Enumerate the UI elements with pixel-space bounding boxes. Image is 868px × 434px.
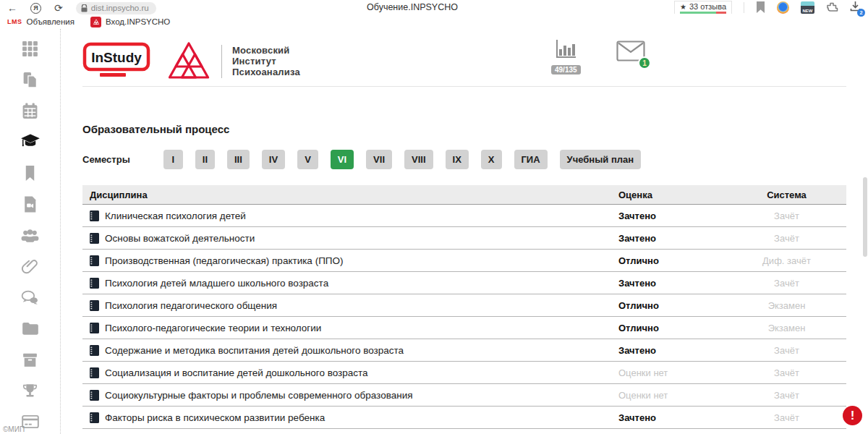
documents-icon (21, 71, 39, 89)
table-row[interactable]: Содержание и методика воспитания детей д… (82, 339, 846, 362)
column-grade: Оценка (618, 190, 727, 200)
table-row[interactable]: Клиническая психология детейЗачтеноЗачёт (82, 205, 846, 227)
refresh-icon[interactable]: ⟳ (54, 3, 63, 13)
book-icon (90, 345, 99, 356)
sidebar-item-archive[interactable] (21, 350, 40, 369)
alert-notification-icon[interactable]: ! (843, 406, 862, 425)
calendar-icon (21, 102, 39, 120)
bookmark-login[interactable]: Вход.INPSYCHO (90, 17, 170, 27)
downloads-icon[interactable]: 2 (850, 1, 861, 14)
mail-count-badge: 1 (638, 56, 651, 69)
table-row[interactable]: Социокультурные факторы и проблемы совре… (82, 384, 846, 407)
reviews-rating-bar (680, 12, 726, 14)
sidebar-item-documents[interactable] (21, 70, 40, 89)
yandex-icon[interactable]: Я (30, 3, 41, 14)
table-row[interactable]: Психолого-педагогические теории и технол… (82, 317, 846, 339)
table-row[interactable]: Производственная (педагогическая) практи… (82, 250, 846, 272)
column-discipline: Дисциплина (82, 190, 618, 200)
semester-button-ГИА[interactable]: ГИА (514, 150, 548, 169)
logo-divider (221, 45, 222, 78)
semester-button-VII[interactable]: VII (366, 150, 392, 169)
reviews-widget[interactable]: ★ 33 отзыва (674, 1, 732, 14)
browser-extension-orb-icon[interactable] (777, 1, 789, 14)
back-icon[interactable]: ← (7, 3, 17, 13)
grade-value: Оценки нет (618, 367, 727, 378)
semester-button-X[interactable]: X (481, 150, 502, 169)
table-row[interactable]: Социализация и воспитание детей дошкольн… (82, 362, 846, 384)
grades-table: Дисциплина Оценка Система Клиническая пс… (82, 185, 846, 429)
url-text: dist.inpsycho.ru (91, 4, 149, 12)
address-bar[interactable]: dist.inpsycho.ru (76, 2, 156, 14)
discipline-name: Клиническая психология детей (105, 210, 246, 221)
sidebar-item-achievements[interactable] (21, 381, 40, 400)
semester-button-I[interactable]: I (163, 150, 183, 169)
grade-value: Отлично (618, 300, 727, 311)
sidebar-item-apps-grid[interactable] (21, 39, 40, 58)
sidebar-item-calendar[interactable] (21, 101, 40, 120)
table-row[interactable]: Факторы риска в психическом развитии реб… (82, 407, 846, 429)
sidebar-item-groups[interactable] (21, 226, 40, 244)
star-icon: ★ (680, 3, 686, 11)
apps-grid-icon (21, 40, 39, 58)
scrollbar-thumb[interactable] (863, 177, 867, 257)
mail-button[interactable]: 1 (616, 41, 645, 64)
main-content: InStudy Московский Институт Психоанализа (61, 29, 868, 434)
semester-button-V[interactable]: V (297, 150, 318, 169)
trophy-icon (21, 382, 39, 400)
lms-icon: LMS (7, 18, 22, 25)
book-icon (90, 390, 99, 401)
table-row[interactable]: Психология детей младшего школьного возр… (82, 272, 846, 294)
institute-triangle-logo[interactable] (168, 41, 210, 82)
semester-button-IV[interactable]: IV (262, 150, 285, 169)
archive-box-icon (21, 351, 39, 369)
browser-toolbar: ← Я ⟳ dist.inpsycho.ru Обучение.INPSYCHO… (0, 0, 868, 14)
semester-button-III[interactable]: III (227, 150, 250, 169)
discipline-name: Факторы риска в психическом развитии реб… (105, 412, 325, 423)
instudy-logo-text: InStudy (91, 50, 142, 65)
grade-value: Зачтено (618, 278, 727, 289)
sidebar-item-messages[interactable] (21, 288, 40, 307)
app-header: InStudy Московский Институт Психоанализа (82, 29, 846, 87)
bookmark-flag-icon[interactable] (756, 1, 765, 13)
graduation-cap-icon (20, 132, 41, 151)
tab-title[interactable]: Обучение.INPSYCHO (367, 2, 458, 12)
progress-badge: 49/135 (551, 65, 581, 75)
grading-system: Диф. зачёт (727, 255, 846, 266)
chat-icon (20, 289, 40, 307)
semester-button-II[interactable]: II (195, 150, 215, 169)
copyright-label: ©МИП (3, 425, 25, 433)
semester-button-IX[interactable]: IX (446, 150, 469, 169)
grading-system: Экзамен (727, 300, 846, 311)
bookmark-announcements[interactable]: LMS Объявления (7, 17, 75, 26)
table-row[interactable]: Психология педагогического общенияОтличн… (82, 294, 846, 317)
sidebar-item-bookmarks[interactable] (21, 163, 40, 182)
discipline-name: Социокультурные факторы и проблемы совре… (105, 390, 412, 401)
instudy-logo[interactable]: InStudy (82, 41, 152, 82)
toolbar-separator (744, 2, 744, 13)
table-row[interactable]: Основы вожатской деятельностиЗачтеноЗачё… (82, 227, 846, 250)
book-icon (90, 367, 99, 378)
semester-button-Учебный план[interactable]: Учебный план (560, 150, 641, 169)
semester-button-VI[interactable]: VI (331, 150, 354, 169)
grade-value: Зачтено (618, 210, 727, 221)
grading-system: Зачёт (727, 390, 846, 401)
sidebar-item-files[interactable] (21, 319, 40, 338)
bar-chart-icon (553, 39, 578, 59)
sidebar-item-video-materials[interactable] (21, 195, 40, 213)
grade-value: Отлично (618, 323, 727, 333)
sidebar-item-attachments[interactable] (21, 257, 40, 276)
page-title: Образовательный процесс (82, 123, 846, 135)
table-body: Клиническая психология детейЗачтеноЗачёт… (82, 205, 846, 429)
users-icon (20, 226, 40, 244)
video-file-icon (21, 195, 39, 213)
extensions-icon[interactable] (826, 1, 838, 14)
folder-icon (21, 320, 40, 337)
semester-button-VIII[interactable]: VIII (404, 150, 433, 169)
book-icon (90, 412, 99, 423)
progress-stats[interactable]: 49/135 (551, 39, 581, 75)
semester-buttons: IIIIIIIVVVIVIIVIIIIXXГИАУчебный план (163, 150, 641, 169)
sidebar-item-education[interactable] (21, 132, 40, 151)
new-extension-icon[interactable]: NEW (801, 1, 814, 14)
grading-system: Зачёт (727, 412, 846, 423)
discipline-name: Социализация и воспитание детей дошкольн… (105, 367, 368, 378)
